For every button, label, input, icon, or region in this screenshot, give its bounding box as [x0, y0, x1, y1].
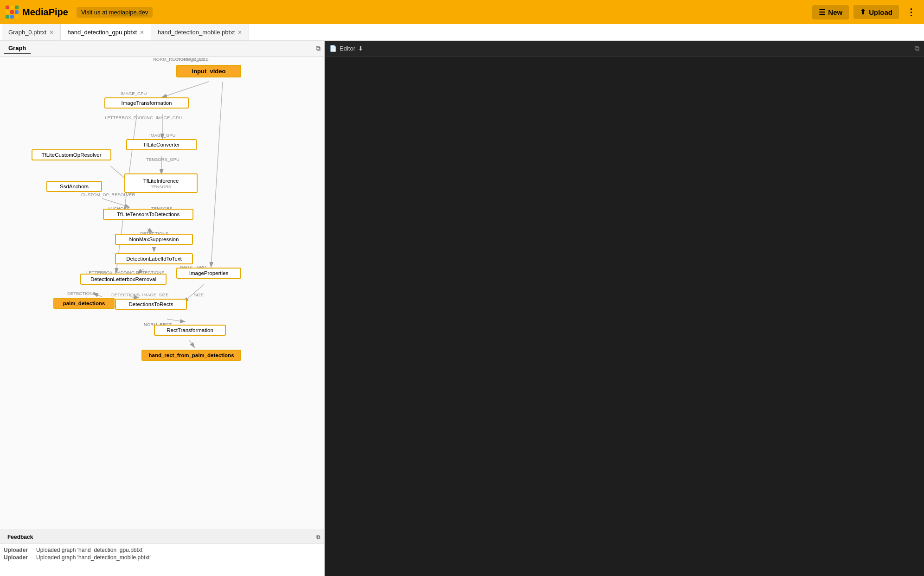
feedback-panel: Feedback ⧉ Uploader Uploaded graph 'hand… [0, 530, 324, 576]
node-letterbox-removal[interactable]: DetectionLetterboxRemoval [80, 274, 167, 285]
tab-hand-gpu[interactable]: hand_detection_gpu.pbtxt ✕ [61, 24, 151, 40]
editor-tab-bar: 📄 Editor ⬇ ⧉ [325, 41, 924, 57]
svg-line-11 [211, 82, 223, 268]
feedback-label-2: Uploader [4, 554, 32, 561]
tab-label: hand_detection_gpu.pbtxt [67, 29, 137, 36]
visit-badge: Visit us at mediapipe.dev [77, 7, 153, 18]
node-palm-detections[interactable]: palm_detections [53, 298, 115, 309]
feedback-msg-2: Uploaded graph 'hand_detection_mobile.pb… [36, 554, 151, 561]
label-letterbox-image: LETTERBOX_PADDING IMAGE_GPU [105, 115, 182, 120]
graph-maximize-button[interactable]: ⧉ [316, 45, 321, 52]
logo-area: MediaPipe [6, 6, 68, 19]
app-title: MediaPipe [22, 7, 68, 18]
feedback-row-1: Uploader Uploaded graph 'hand_detection_… [4, 547, 321, 553]
feedback-msg-1: Uploaded graph 'hand_detection_gpu.pbtxt… [36, 547, 143, 553]
graph-canvas: input_video IMAGE_GPU ImageTransformatio… [0, 57, 324, 530]
feedback-content: Uploader Uploaded graph 'hand_detection_… [0, 544, 324, 564]
logo-icon [6, 6, 19, 19]
node-detections-to-rects[interactable]: DetectionsToRects [115, 299, 187, 310]
label-norm-rect-2: NORM_RECT [177, 57, 205, 62]
node-hand-rect[interactable]: hand_rect_from_palm_detections [141, 350, 241, 361]
upload-button[interactable]: ⬆ Upload [853, 5, 899, 19]
tab-hand-mobile[interactable]: hand_detection_mobile.pbtxt ✕ [151, 24, 249, 40]
node-ssd-anchors[interactable]: SsdAnchors [46, 181, 102, 192]
label-tensors-gpu-1: TENSORS_GPU [146, 157, 180, 162]
editor-panel: 📄 Editor ⬇ ⧉ [325, 41, 924, 576]
label-tensors-1: TENSORS [129, 185, 193, 189]
graph-tab-bar: Graph ⧉ [0, 41, 324, 57]
close-tab-icon[interactable]: ✕ [140, 29, 144, 36]
node-detection-label[interactable]: DetectionLabelIdToText [115, 253, 193, 264]
node-rect-transformation[interactable]: RectTransformation [154, 325, 226, 336]
node-tensors-to-detections[interactable]: TfLiteTensorsToDetections [103, 209, 193, 220]
close-tab-icon[interactable]: ✕ [237, 29, 242, 36]
label-size: SIZE [194, 292, 204, 297]
left-panel: Graph ⧉ [0, 41, 325, 576]
tab-label: Graph_0.pbtxt [8, 29, 46, 36]
editor-tab-label: 📄 Editor ⬇ [329, 45, 363, 52]
node-non-max[interactable]: NonMaxSuppression [115, 234, 193, 245]
close-tab-icon[interactable]: ✕ [49, 29, 54, 36]
feedback-tab-bar: Feedback ⧉ [0, 530, 324, 544]
node-image-transformation[interactable]: ImageTransformation [104, 97, 189, 109]
upload-icon: ⬆ [860, 8, 866, 16]
node-tflite-converter[interactable]: TfLiteConverter [126, 139, 197, 150]
tab-graph0[interactable]: Graph_0.pbtxt ✕ [2, 24, 61, 40]
graph-view-tab[interactable]: Graph [4, 43, 31, 54]
tab-label: hand_detection_mobile.pbtxt [158, 29, 235, 36]
editor-body [325, 57, 924, 576]
more-menu-button[interactable]: ⋮ [904, 6, 918, 18]
label-image-gpu-2: IMAGE_GPU [149, 133, 176, 138]
main-content: Graph ⧉ [0, 41, 924, 576]
editor-maximize-button[interactable]: ⧉ [915, 45, 919, 52]
label-image-gpu-1: IMAGE_GPU [121, 91, 147, 96]
feedback-label-1: Uploader [4, 547, 32, 553]
new-button[interactable]: ☰ New [812, 5, 849, 19]
node-tflite-custom[interactable]: TfLiteCustomOpResolver [32, 149, 111, 160]
line-numbers [325, 57, 344, 576]
label-detections-3: DETECTIONS [67, 291, 96, 296]
hamburger-icon: ☰ [819, 8, 825, 17]
node-tflite-inference[interactable]: TfLiteInference TENSORS [124, 173, 198, 193]
topbar: MediaPipe Visit us at mediapipe.dev ☰ Ne… [0, 0, 924, 24]
feedback-maximize-button[interactable]: ⧉ [316, 534, 321, 540]
label-detections-imgsize: DETECTIONS IMAGE_SIZE [111, 292, 169, 297]
node-image-props[interactable]: ImageProperties [176, 268, 241, 279]
code-editor[interactable] [344, 57, 924, 576]
svg-line-1 [161, 82, 209, 97]
editor-icon: 📄 [329, 45, 337, 52]
tabs-bar: Graph_0.pbtxt ✕ hand_detection_gpu.pbtxt… [0, 24, 924, 41]
editor-download-icon[interactable]: ⬇ [358, 45, 363, 52]
svg-line-16 [189, 340, 195, 348]
feedback-tab[interactable]: Feedback [4, 533, 37, 541]
node-input-video[interactable]: input_video [176, 65, 241, 77]
feedback-row-2: Uploader Uploaded graph 'hand_detection_… [4, 554, 321, 561]
visit-link[interactable]: mediapipe.dev [109, 9, 148, 16]
